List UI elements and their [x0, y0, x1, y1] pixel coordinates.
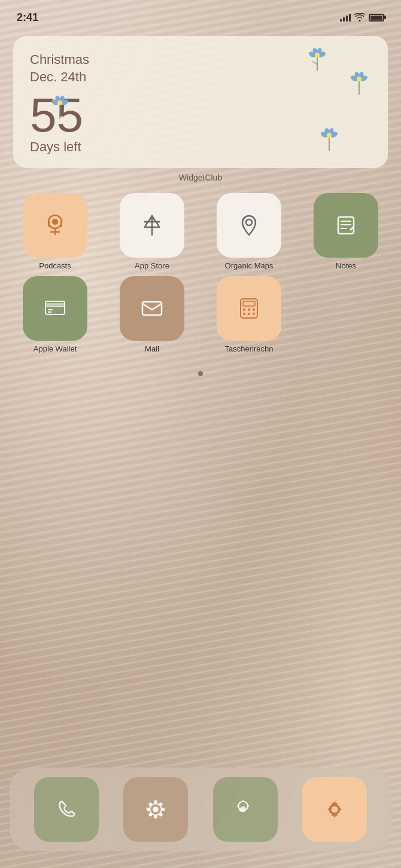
app-podcasts[interactable]: Podcasts — [10, 193, 101, 270]
widgetclub-label: WidgetClub — [0, 173, 401, 182]
empty-slot — [300, 276, 391, 353]
app-appstore[interactable]: App Store — [107, 193, 198, 270]
app-mail-label: Mail — [145, 344, 159, 353]
status-time: 2:41 — [17, 11, 38, 24]
svg-point-51 — [154, 800, 157, 804]
svg-line-1 — [312, 61, 317, 65]
svg-point-56 — [159, 802, 163, 806]
status-bar: 2:41 — [0, 0, 401, 30]
svg-rect-37 — [45, 304, 65, 307]
status-icons — [340, 13, 384, 22]
app-notes-label: Notes — [336, 261, 356, 270]
flower-decoration-1 — [306, 48, 328, 76]
dock-weather[interactable] — [213, 777, 278, 842]
app-maps[interactable]: Organic Maps — [203, 193, 294, 270]
dock-photos[interactable] — [123, 777, 188, 842]
app-wallet-label: Apple Wallet — [34, 344, 77, 353]
svg-point-18 — [327, 133, 332, 137]
app-wallet[interactable]: Apple Wallet — [10, 276, 101, 353]
app-grid-row1: Podcasts App Store — [0, 187, 401, 276]
svg-point-50 — [153, 806, 159, 812]
app-calc-label: Taschenrechn — [225, 344, 274, 353]
app-notes[interactable]: Notes — [300, 193, 391, 270]
flower-decoration-3 — [318, 128, 340, 156]
svg-point-58 — [159, 813, 163, 817]
svg-point-55 — [149, 802, 153, 806]
app-podcasts-label: Podcasts — [39, 261, 71, 270]
app-mail[interactable]: Mail — [107, 276, 198, 353]
svg-point-44 — [248, 308, 250, 311]
page-dot-active — [198, 371, 203, 376]
widget-container[interactable]: Christmas Dec. 24th 55 Days left — [13, 36, 388, 168]
svg-rect-42 — [243, 301, 255, 306]
svg-point-52 — [154, 815, 157, 819]
svg-point-54 — [162, 808, 165, 811]
svg-point-43 — [243, 308, 245, 311]
svg-point-53 — [147, 808, 150, 811]
svg-point-31 — [246, 219, 252, 225]
svg-point-45 — [253, 308, 255, 311]
battery-icon — [369, 14, 384, 22]
countdown-widget[interactable]: Christmas Dec. 24th 55 Days left — [13, 36, 388, 168]
flower-decoration-4 — [49, 96, 71, 124]
svg-point-26 — [52, 219, 58, 225]
app-calc[interactable]: Taschenrechn — [203, 276, 294, 353]
app-appstore-label: App Store — [135, 261, 169, 270]
page-indicator — [0, 371, 401, 376]
dock — [10, 768, 391, 851]
wifi-icon — [354, 13, 365, 22]
app-maps-label: Organic Maps — [225, 261, 274, 270]
svg-rect-40 — [142, 302, 162, 315]
svg-point-6 — [315, 53, 320, 57]
svg-point-46 — [243, 313, 245, 315]
app-grid-row2: Apple Wallet Mail — [0, 276, 401, 359]
signal-icon — [340, 13, 351, 22]
svg-point-12 — [357, 77, 361, 81]
flower-decoration-2 — [348, 72, 370, 100]
svg-point-24 — [57, 100, 62, 105]
svg-point-47 — [248, 313, 250, 315]
dock-settings[interactable] — [302, 777, 367, 842]
svg-point-48 — [253, 313, 255, 315]
dock-phone[interactable] — [34, 777, 99, 842]
svg-point-57 — [149, 813, 153, 817]
